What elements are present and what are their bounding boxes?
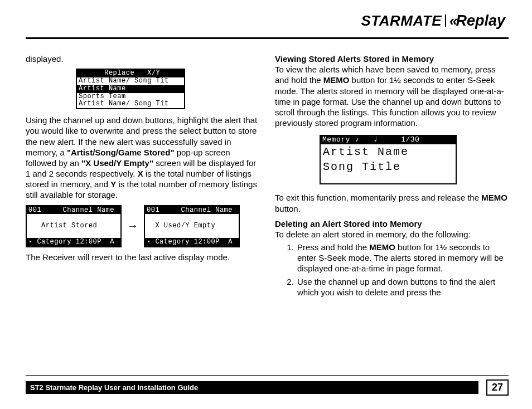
brand-left: STARMATE [361,12,442,29]
footer-title: ST2 Starmate Replay User and Installatio… [26,381,478,394]
heading-viewing: Viewing Stored Alerts Stored in Memory [275,53,509,64]
top-rule [26,37,509,39]
right-p2: To exit this function, momentarily press… [275,192,509,213]
lcd-row: ▪ Category 12:00P A [145,238,239,246]
lcd-row: Replace X/Y [77,70,184,77]
steps-list: Press and hold the MEMO button for 1½ se… [296,242,509,298]
left-p3: The Receiver will revert to the last act… [26,252,259,262]
left-p1: displayed. [26,53,259,64]
arrows-icon: « [449,12,456,29]
lcd-row: Artist Name/ Song Tit [77,100,184,108]
lcd-row [27,230,120,238]
lcd-row: 001 Channel Name [27,206,120,214]
screens-row: 001 Channel Name Artist Stored ▪ Categor… [26,205,259,247]
lcd-row: 001 Channel Name [145,206,239,214]
list-item: Use the channel up and down buttons to f… [296,276,509,298]
lcd-row: Artist Name [77,85,184,93]
right-p1: To view the alerts which have been saved… [275,64,509,128]
right-column: Viewing Stored Alerts Stored in Memory T… [275,53,509,300]
heading-deleting: Deleting an Alert Stored into Memory [275,218,509,229]
page-number: 27 [486,379,509,396]
lcd-replace-screen: Replace X/Y Artist Name/ Song Tit Artist… [76,69,185,109]
content-columns: displayed. Replace X/Y Artist Name/ Song… [26,53,509,300]
lcd-row [321,174,456,183]
lcd-row: Sports Team [77,93,184,101]
left-column: displayed. Replace X/Y Artist Name/ Song… [26,53,259,300]
lcd-row: Artist Stored [27,222,120,230]
footer: ST2 Starmate Replay User and Installatio… [26,379,509,396]
lcd-artist-stored: 001 Channel Name Artist Stored ▪ Categor… [26,205,122,247]
list-item: Press and hold the MEMO button for 1½ se… [296,242,509,274]
lcd-row: ▪ Category 12:00P A [27,238,120,246]
lcd-row: Memory ♪ ♩ 1/30 [321,136,456,144]
header-logo: STARMATE«Replay [26,11,509,30]
lcd-row [145,230,239,238]
arrow-right-icon: → [127,219,138,233]
lcd-row: Song Title [321,159,456,174]
lcd-row: X Used/Y Empty [145,222,239,230]
left-p2: Using the channel up and down buttons, h… [26,115,259,201]
lcd-row [27,214,120,222]
lcd-used-empty: 001 Channel Name X Used/Y Empty ▪ Catego… [144,205,240,247]
footer-rule [26,375,509,376]
right-p3: To delete an alert stored in memory, do … [275,229,509,240]
lcd-row: Artist Name/ Song Tit [77,77,184,85]
brand-right: Replay [456,12,505,29]
lcd-row [145,214,239,222]
lcd-row: Artist Name [321,144,456,159]
lcd-memory-screen: Memory ♪ ♩ 1/30 Artist Name Song Title [320,135,457,184]
